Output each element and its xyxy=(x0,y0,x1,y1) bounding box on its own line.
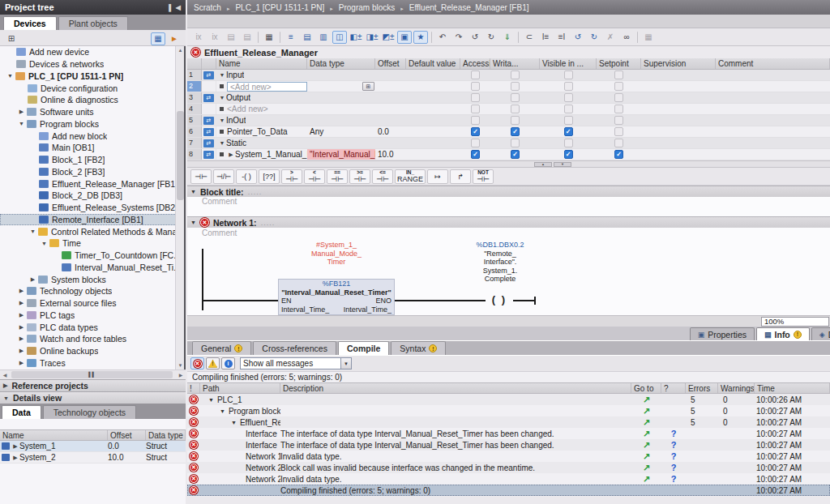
editor-toolbar-icon[interactable]: ✗ xyxy=(603,31,618,44)
ladder-instruction-button[interactable]: > ⊣⊢ xyxy=(281,169,302,184)
expander-icon[interactable]: ▼ xyxy=(5,73,15,79)
writable-checkbox[interactable] xyxy=(511,70,520,79)
tree-item[interactable]: ▶ PLC tags xyxy=(0,310,177,322)
col-goto[interactable]: Go to xyxy=(631,383,661,393)
interface-row[interactable]: 5 ⇄ ▼ InOut InOut ⊞ xyxy=(187,115,830,126)
editor-toolbar-icon[interactable]: ≡I xyxy=(554,31,569,44)
interface-row[interactable]: 1 ⇄ ▼ Input Input ⊞ xyxy=(187,70,830,81)
editor-toolbar-icon[interactable]: ↶ xyxy=(435,31,450,44)
info-subtab[interactable]: Cross-references xyxy=(253,341,336,355)
goto-arrow-icon[interactable]: ↗ xyxy=(643,474,650,484)
editor-toolbar-icon[interactable]: ▦ xyxy=(262,31,276,44)
dropdown-arrow-icon[interactable]: ▼ xyxy=(340,358,351,369)
col-severity[interactable]: ! xyxy=(187,383,200,393)
editor-toolbar-icon[interactable]: ↺ xyxy=(571,31,585,44)
expander-icon[interactable]: ▶ xyxy=(16,335,27,342)
expander-icon[interactable]: ▶ xyxy=(11,443,19,450)
chevron-down-icon[interactable]: ▼ xyxy=(190,189,196,194)
info-subtab[interactable]: Syntax xyxy=(391,341,446,355)
editor-toolbar-icon[interactable]: I≡ xyxy=(538,31,553,44)
col-warnings[interactable]: Warnings xyxy=(718,383,755,393)
help-question-icon[interactable]: ? xyxy=(671,474,677,484)
message-filter-dropdown[interactable]: Show all messages ▼ xyxy=(240,357,352,369)
tree-item[interactable]: ▶ PLC data types xyxy=(0,321,177,333)
member-name[interactable]: InOut xyxy=(226,116,246,125)
editor-toolbar-icon[interactable] xyxy=(637,32,638,43)
setpoint-checkbox[interactable] xyxy=(614,105,623,113)
row-number[interactable]: 6 xyxy=(187,126,202,137)
member-name[interactable]: Pointer_To_Data xyxy=(227,127,288,136)
tree-item[interactable]: Remote_Interface [DB1] xyxy=(0,214,177,226)
details-col-datatype[interactable]: Data type xyxy=(146,430,186,440)
goto-arrow-icon[interactable]: ↗ xyxy=(643,440,650,450)
eno-pin[interactable]: ENO xyxy=(375,297,391,305)
goto-arrow-icon[interactable]: ↗ xyxy=(643,417,650,427)
ladder-instruction-button[interactable]: < ⊣⊢ xyxy=(304,169,325,184)
inspector-tab[interactable]: ▤ Info xyxy=(756,327,810,340)
editor-toolbar-icon[interactable]: ↺ xyxy=(468,31,482,44)
inspector-tab[interactable]: ◈ Diagnostics xyxy=(811,327,830,340)
ladder-instruction-button[interactable]: [??] xyxy=(259,169,280,184)
tree-item[interactable]: ▼ Program blocks xyxy=(0,118,177,130)
goto-arrow-icon[interactable]: ↗ xyxy=(643,406,650,416)
accessible-checkbox[interactable] xyxy=(471,127,480,136)
visible-checkbox[interactable] xyxy=(564,116,573,125)
ladder-instruction-button[interactable]: IN_ RANGE xyxy=(395,169,426,184)
tree-item[interactable]: ▶ Watch and force tables xyxy=(0,333,177,345)
tree-item[interactable]: Timer_To_Countdown [FC... xyxy=(0,250,177,262)
editor-toolbar-icon[interactable]: ▤ xyxy=(240,31,255,44)
datatype-cell[interactable]: ⊞ xyxy=(307,115,375,126)
expander-icon[interactable]: ▼ xyxy=(218,140,226,146)
editor-toolbar-icon[interactable] xyxy=(431,32,432,43)
tree-item[interactable]: Add new block xyxy=(0,130,177,142)
expander-icon[interactable]: ▼ xyxy=(208,397,214,403)
datatype-cell[interactable]: ⊞ xyxy=(307,70,375,80)
tree-item[interactable]: Effluent_Release_Systems [DB2] xyxy=(0,202,177,214)
tree-item[interactable]: Block_1 [FB2] xyxy=(0,154,177,166)
col-description[interactable]: Description xyxy=(280,383,631,393)
expander-icon[interactable]: ▶ xyxy=(227,152,235,158)
expander-icon[interactable]: ▼ xyxy=(39,241,49,246)
tree-item[interactable]: Main [OB1] xyxy=(0,142,177,154)
tree-item[interactable]: ▶ Online backups xyxy=(0,345,177,357)
member-name[interactable]: Output xyxy=(226,93,250,102)
expander-icon[interactable]: ▼ xyxy=(218,95,226,100)
coil-operand[interactable]: %DB1.DBX0.2 "Remote_ Interface". System_… xyxy=(455,241,545,284)
goto-arrow-icon[interactable]: ↗ xyxy=(643,451,650,461)
ladder-instruction-button[interactable]: -( ) xyxy=(236,169,257,184)
interface-row[interactable]: 8 ⇄ ▶ System_1_Manual_M... System_1_Manu… xyxy=(187,149,830,160)
editor-toolbar-icon[interactable]: ix xyxy=(191,31,206,44)
accessible-checkbox[interactable] xyxy=(471,116,480,125)
datatype-picker-button[interactable]: ⊞ xyxy=(362,82,374,91)
expander-icon[interactable]: ▶ xyxy=(11,455,19,461)
col-datatype[interactable]: Data type xyxy=(307,58,375,69)
filter-errors-button[interactable] xyxy=(190,357,204,369)
compile-message-row[interactable]: ▼ Compiling finished (errors: 5; warning… xyxy=(187,485,830,496)
expander-icon[interactable]: ▼ xyxy=(220,408,225,414)
tree-item[interactable]: Device configuration xyxy=(0,82,177,94)
accessible-checkbox[interactable] xyxy=(471,82,480,91)
accessible-checkbox[interactable] xyxy=(471,139,480,147)
editor-toolbar-icon[interactable]: ★ xyxy=(413,31,428,44)
ladder-instruction-button[interactable]: ↱ xyxy=(450,169,471,184)
expander-icon[interactable]: ▶ xyxy=(16,324,27,331)
info-subtab[interactable]: General xyxy=(192,341,251,355)
ladder-instruction-button[interactable]: == ⊣⊢ xyxy=(327,169,348,184)
tree-item[interactable]: ▼ Time xyxy=(0,237,177,250)
interface-row[interactable]: 2 ⇄ <Add new> <Add new> ⊞ xyxy=(187,81,830,92)
expander-icon[interactable]: ▼ xyxy=(218,72,226,78)
scrollbar-thumb[interactable]: ▌▌ xyxy=(11,371,173,378)
tree-item[interactable]: ▶ Software units xyxy=(0,106,177,118)
tree-item[interactable]: ▼ PLC_1 [CPU 1511-1 PN] xyxy=(0,70,177,83)
filter-info-button[interactable] xyxy=(221,357,235,369)
editor-toolbar-icon[interactable]: ≡ xyxy=(284,31,298,44)
tree-item[interactable]: ▶ External source files xyxy=(0,297,177,310)
visible-checkbox[interactable] xyxy=(564,105,573,113)
goto-arrow-icon[interactable]: ↗ xyxy=(643,463,650,472)
block-title-band[interactable]: ▼ Block title: ..... xyxy=(187,186,830,197)
col-name[interactable]: Name xyxy=(216,58,307,69)
setpoint-checkbox[interactable] xyxy=(614,150,623,159)
writable-checkbox[interactable] xyxy=(511,150,520,159)
help-question-icon[interactable]: ? xyxy=(671,451,677,461)
expander-icon[interactable]: ▼ xyxy=(28,229,38,234)
